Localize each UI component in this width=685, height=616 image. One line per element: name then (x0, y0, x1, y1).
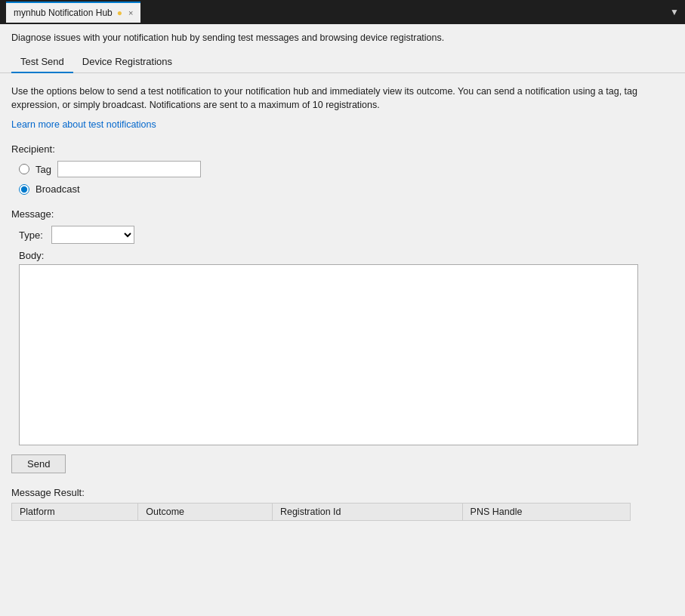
col-pns-handle: PNS Handle (462, 504, 630, 521)
body-label: Body: (19, 250, 674, 261)
learn-more-link[interactable]: Learn more about test notifications (11, 119, 156, 130)
broadcast-radio-label: Broadcast (35, 183, 80, 195)
title-tab[interactable]: mynhub Notification Hub ● × (6, 2, 140, 23)
type-label: Type: (19, 229, 45, 241)
col-registration-id: Registration Id (272, 504, 462, 521)
tab-label: mynhub Notification Hub (14, 8, 113, 18)
table-header-row: Platform Outcome Registration Id PNS Han… (12, 504, 631, 521)
message-label: Message: (11, 208, 674, 220)
description-text: Diagnose issues with your notification h… (0, 24, 685, 51)
tab-close-icon[interactable]: × (128, 8, 133, 17)
tab-device-registrations[interactable]: Device Registrations (73, 51, 181, 73)
type-select[interactable]: Windows Apple Google Baidu Kindle (51, 226, 134, 244)
body-textarea[interactable] (19, 264, 638, 445)
col-outcome: Outcome (138, 504, 273, 521)
tab-dot: ● (117, 8, 122, 18)
tabs-bar: Test Send Device Registrations (0, 51, 685, 73)
result-table: Platform Outcome Registration Id PNS Han… (11, 503, 631, 521)
send-button[interactable]: Send (11, 454, 66, 473)
body-row: Body: (19, 250, 674, 445)
tab-test-send[interactable]: Test Send (11, 51, 73, 73)
result-label: Message Result: (11, 487, 674, 498)
recipient-section: Recipient: Tag Broadcast (11, 143, 674, 195)
col-platform: Platform (12, 504, 138, 521)
result-section: Message Result: Platform Outcome Registr… (11, 487, 674, 521)
type-row: Type: Windows Apple Google Baidu Kindle (19, 226, 674, 244)
tag-input[interactable] (57, 161, 201, 177)
recipient-label: Recipient: (11, 143, 674, 155)
tag-radio-label: Tag (35, 164, 51, 175)
tag-radio[interactable] (19, 164, 29, 174)
info-text: Use the options below to send a test not… (11, 85, 674, 113)
broadcast-radio[interactable] (19, 184, 29, 195)
menu-arrow-icon[interactable]: ▼ (670, 7, 679, 17)
title-bar: mynhub Notification Hub ● × ▼ (0, 0, 685, 24)
main-window: mynhub Notification Hub ● × ▼ Diagnose i… (0, 0, 685, 616)
broadcast-row: Broadcast (19, 183, 674, 195)
test-send-panel: Use the options below to send a test not… (0, 73, 685, 617)
message-section: Message: Type: Windows Apple Google Baid… (11, 208, 674, 445)
tag-row: Tag (19, 161, 674, 177)
content-area: Diagnose issues with your notification h… (0, 24, 685, 616)
